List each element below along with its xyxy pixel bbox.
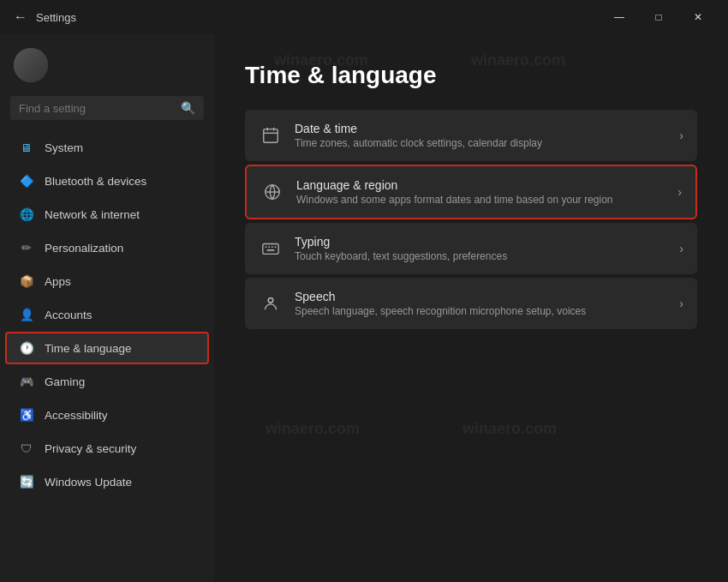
- sidebar-nav: 🖥 System 🔷 Bluetooth & devices 🌐 Network…: [0, 130, 214, 499]
- time-icon: 🕐: [19, 340, 34, 356]
- speech-title: Speech: [295, 290, 667, 303]
- personalization-icon: ✏: [19, 240, 34, 255]
- language-title: Language & region: [296, 178, 665, 192]
- sidebar-item-accessibility[interactable]: ♿ Accessibility: [5, 399, 209, 431]
- sidebar-item-apps[interactable]: 📦 Apps: [5, 265, 209, 297]
- date-time-title: Date & time: [295, 122, 667, 135]
- typing-title: Typing: [295, 235, 667, 249]
- language-icon: [260, 180, 284, 204]
- settings-item-date-time[interactable]: Date & time Time zones, automatic clock …: [245, 110, 697, 161]
- sidebar-item-personalization[interactable]: ✏ Personalization: [5, 231, 209, 264]
- settings-item-typing[interactable]: Typing Touch keyboard, text suggestions,…: [245, 223, 697, 274]
- gaming-icon: 🎮: [19, 374, 34, 389]
- sidebar-item-accounts[interactable]: 👤 Accounts: [5, 298, 209, 331]
- typing-text: Typing Touch keyboard, text suggestions,…: [295, 235, 667, 262]
- minimize-button[interactable]: —: [600, 3, 639, 31]
- settings-item-language[interactable]: Language & region Windows and some apps …: [245, 165, 697, 219]
- sidebar-item-label: Accounts: [45, 309, 92, 321]
- search-icon: 🔍: [181, 101, 195, 115]
- window-title: Settings: [36, 11, 76, 24]
- search-bar[interactable]: 🔍: [10, 96, 204, 120]
- speech-desc: Speech language, speech recognition micr…: [295, 305, 667, 317]
- apps-icon: 📦: [19, 273, 34, 289]
- sidebar-item-network[interactable]: 🌐 Network & internet: [5, 198, 209, 231]
- svg-rect-6: [263, 244, 278, 255]
- sidebar-item-label: Accessibility: [45, 409, 108, 422]
- title-bar: ← Settings — □ ✕: [0, 0, 728, 34]
- sidebar-item-gaming[interactable]: 🎮 Gaming: [5, 365, 209, 398]
- svg-point-13: [268, 298, 273, 303]
- sidebar-item-label: System: [45, 141, 83, 154]
- system-icon: 🖥: [19, 140, 34, 155]
- privacy-icon: 🛡: [19, 441, 34, 456]
- sidebar-item-bluetooth[interactable]: 🔷 Bluetooth & devices: [5, 165, 209, 197]
- language-desc: Windows and some apps format dates and t…: [296, 194, 665, 206]
- avatar: [14, 48, 48, 82]
- back-icon[interactable]: ←: [14, 9, 27, 25]
- main-content: winaero.com winaero.com winaero.com wina…: [214, 34, 728, 582]
- page-title: Time & language: [245, 62, 697, 89]
- sidebar-item-label: Network & internet: [45, 208, 140, 221]
- sidebar-item-label: Time & language: [45, 342, 132, 355]
- chevron-icon: ›: [679, 297, 683, 310]
- language-text: Language & region Windows and some apps …: [296, 178, 665, 206]
- user-profile: [0, 34, 214, 89]
- sidebar-item-label: Bluetooth & devices: [45, 175, 146, 188]
- bluetooth-icon: 🔷: [19, 173, 34, 189]
- windows-update-icon: 🔄: [19, 474, 34, 489]
- chevron-icon: ›: [679, 242, 683, 255]
- sidebar-item-label: Apps: [45, 275, 71, 288]
- date-time-desc: Time zones, automatic clock settings, ca…: [295, 137, 667, 149]
- sidebar-item-label: Windows Update: [45, 476, 132, 489]
- sidebar-item-privacy[interactable]: 🛡 Privacy & security: [5, 432, 209, 465]
- sidebar-item-label: Personalization: [45, 242, 123, 255]
- settings-list: Date & time Time zones, automatic clock …: [245, 110, 697, 329]
- typing-desc: Touch keyboard, text suggestions, prefer…: [295, 250, 667, 262]
- date-time-icon: [259, 123, 283, 147]
- chevron-icon: ›: [679, 129, 683, 142]
- watermark-7: winaero.com: [266, 420, 360, 438]
- network-icon: 🌐: [19, 207, 34, 222]
- speech-text: Speech Speech language, speech recogniti…: [295, 290, 667, 317]
- accounts-icon: 👤: [19, 307, 34, 322]
- sidebar: 🔍 🖥 System 🔷 Bluetooth & devices 🌐 Netwo…: [0, 34, 214, 582]
- app-layout: 🔍 🖥 System 🔷 Bluetooth & devices 🌐 Netwo…: [0, 34, 728, 582]
- svg-rect-0: [264, 129, 278, 143]
- sidebar-item-label: Privacy & security: [45, 442, 136, 455]
- typing-icon: [259, 237, 283, 261]
- title-bar-controls: — □ ✕: [600, 3, 718, 31]
- sidebar-item-time[interactable]: 🕐 Time & language: [5, 332, 209, 364]
- sidebar-item-windows-update[interactable]: 🔄 Windows Update: [5, 465, 209, 498]
- maximize-button[interactable]: □: [639, 3, 678, 31]
- title-bar-left: ← Settings: [14, 9, 76, 25]
- search-input[interactable]: [19, 102, 174, 115]
- watermark-8: winaero.com: [462, 420, 557, 438]
- chevron-icon: ›: [677, 185, 682, 199]
- settings-item-speech[interactable]: Speech Speech language, speech recogniti…: [245, 278, 697, 329]
- date-time-text: Date & time Time zones, automatic clock …: [295, 122, 667, 149]
- sidebar-item-system[interactable]: 🖥 System: [5, 131, 209, 164]
- speech-icon: [259, 291, 283, 315]
- accessibility-icon: ♿: [19, 407, 34, 423]
- close-button[interactable]: ✕: [678, 3, 718, 31]
- sidebar-item-label: Gaming: [45, 375, 85, 388]
